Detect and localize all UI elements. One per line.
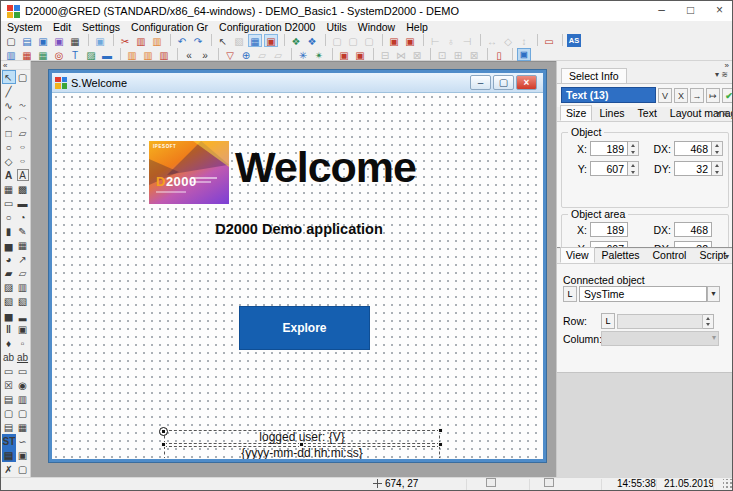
tool-pie-slice[interactable]: ◔	[16, 210, 30, 224]
flip-horizontal-icon[interactable]: ▣	[337, 48, 351, 61]
object-x-spinner[interactable]	[628, 141, 639, 156]
zoom-icon[interactable]: ⊕	[239, 48, 253, 61]
tool-doc-blue[interactable]: ▤	[2, 448, 16, 462]
deselect-button[interactable]: X	[674, 88, 688, 103]
welcome-headline[interactable]: Welcome	[235, 143, 416, 192]
save-as-icon[interactable]: ▣	[52, 34, 66, 47]
tool-text-box[interactable]: A	[16, 168, 30, 182]
tool-window-alt[interactable]: ▢	[16, 406, 30, 420]
space-evenly-icon[interactable]: ⋈	[394, 48, 408, 61]
tool-list[interactable]: ▤	[2, 392, 16, 406]
tool-text[interactable]: A	[2, 168, 16, 182]
tool-line-chart[interactable]: ↗	[16, 252, 30, 266]
filter-icon[interactable]: ▽	[223, 48, 237, 61]
open-picture-icon[interactable]: ▤	[20, 34, 34, 47]
tool-label-ab[interactable]: ab	[2, 350, 16, 364]
tool-progress[interactable]: ▱	[16, 266, 30, 280]
tool-radio[interactable]: ◉	[16, 378, 30, 392]
node-edit-icon[interactable]: ✳	[296, 48, 310, 61]
print-icon[interactable]: ▦	[68, 34, 82, 47]
collapse-panel-icon[interactable]: »	[725, 61, 729, 70]
paste-icon[interactable]: ▥	[150, 34, 164, 47]
picture-canvas[interactable]: IPESOFT D2000 Welcome D2000 Demo applica…	[52, 93, 543, 459]
view-tab-menu-icon[interactable]: ▾	[725, 252, 729, 261]
tool-rect-shaded[interactable]: ▬	[16, 196, 30, 210]
tool-empty[interactable]	[16, 84, 30, 98]
pointer-mode-icon[interactable]: ↖	[216, 34, 230, 47]
tool-window[interactable]: ▢	[2, 406, 16, 420]
tool-window-gray[interactable]: ▢	[16, 462, 30, 476]
tool-alarm[interactable]: ♦	[2, 336, 16, 350]
new-picture-icon[interactable]: ▢	[4, 34, 18, 47]
tile-windows-icon[interactable]: ▦	[36, 48, 50, 61]
new-window-icon[interactable]: ▭	[542, 34, 556, 47]
tool-color-strip[interactable]: ▰	[2, 266, 16, 280]
tool-color-bar[interactable]: ▅	[2, 238, 16, 252]
selection-combo[interactable]: Text (13)	[561, 87, 656, 103]
tool-bar-chart[interactable]: ▅	[2, 308, 16, 322]
menu-system[interactable]: System	[7, 21, 42, 33]
tab-size[interactable]: Size	[560, 105, 592, 121]
tool-image-a[interactable]: ▧	[2, 294, 16, 308]
tool-ellipse-flat[interactable]: ○	[16, 143, 30, 151]
tab-bar-menu-icon[interactable]: ▾ ≋	[716, 109, 729, 118]
tool-image-list[interactable]: ▥	[16, 392, 30, 406]
menu-configuration-d2000[interactable]: Configuration D2000	[219, 21, 315, 33]
copy-icon[interactable]: ▥	[134, 34, 148, 47]
tool-box-edit[interactable]: ✎	[16, 224, 30, 238]
selection-handle[interactable]	[438, 458, 443, 459]
text-styles-icon[interactable]: T	[68, 48, 82, 61]
cut-icon[interactable]: ✂	[118, 34, 132, 47]
tool-rectangle[interactable]: □	[2, 126, 16, 140]
menu-settings[interactable]: Settings	[82, 21, 120, 33]
selection-handle[interactable]	[161, 442, 166, 447]
resize-grip[interactable]	[723, 479, 733, 489]
tab-lines[interactable]: Lines	[593, 105, 630, 121]
tool-button-image[interactable]: ▭	[16, 364, 30, 378]
close-button[interactable]: ×	[705, 1, 733, 21]
tool-delete[interactable]: ✗	[2, 462, 16, 476]
tool-image-b[interactable]: ▧	[16, 294, 30, 308]
menu-configuration-gr[interactable]: Configuration Gr	[131, 21, 208, 33]
image-library-icon[interactable]: ▨	[84, 48, 98, 61]
tool-browser[interactable]: ▤	[2, 420, 16, 434]
tool-ellipse[interactable]: ○	[2, 140, 16, 154]
flip-vertical-icon[interactable]: ▣	[353, 48, 367, 61]
center-horizontal-icon[interactable]: ⊟	[378, 48, 392, 61]
tab-view[interactable]: View	[560, 247, 595, 263]
tool-gray-box[interactable]: ▨	[2, 280, 16, 294]
picture-preview-icon[interactable]: ▣	[93, 34, 107, 47]
picture-maximize-button[interactable]: ▢	[493, 75, 514, 90]
selected-text-objects[interactable]: logged user: {V} {yyyy-mm-dd hh:mi:ss}	[164, 430, 440, 459]
space-vertical-icon[interactable]: ⊞	[451, 48, 465, 61]
tool-gray-slot[interactable]: ▫	[16, 336, 30, 350]
collapse-palette-icon[interactable]: «	[1, 61, 30, 70]
tool-diamond[interactable]: ◇	[2, 154, 16, 168]
tool-entry-ab[interactable]: ab	[16, 350, 30, 364]
select-region-icon[interactable]: ▧	[232, 34, 246, 47]
tool-pause-display[interactable]: ‖	[2, 322, 16, 336]
align-right-icon[interactable]: ⊣	[460, 34, 474, 47]
selection-pivot-handle[interactable]	[159, 427, 168, 436]
object-dx-spinner[interactable]	[712, 141, 723, 156]
stretch-horizontal-icon[interactable]: ⊠	[410, 48, 424, 61]
chevron-down-icon[interactable]: ▼	[707, 286, 720, 302]
connect-tree-icon[interactable]: ❖	[305, 34, 319, 47]
tab-control[interactable]: Control	[647, 247, 693, 263]
panel-menu-icon[interactable]: ▾ ≋	[715, 70, 728, 79]
select-info-tab[interactable]: Select Info	[561, 68, 627, 83]
tool-button[interactable]: ▭	[2, 364, 16, 378]
node-tree-icon[interactable]: ✴	[312, 48, 326, 61]
last-object-button[interactable]: ↦	[706, 88, 720, 103]
menu-window[interactable]: Window	[358, 21, 395, 33]
tool-polyline-segments[interactable]: ∿	[16, 101, 30, 109]
selection-handle[interactable]	[161, 458, 166, 459]
back-icon[interactable]: «	[182, 48, 196, 61]
picture-close-button[interactable]: ×	[516, 75, 537, 90]
tool-arc-small[interactable]: ◠	[16, 115, 30, 123]
tab-palettes[interactable]: Palettes	[596, 247, 646, 263]
tool-ellipse-rotated[interactable]: ○	[16, 157, 30, 165]
tool-arc[interactable]: ◠	[2, 112, 16, 126]
tab-text[interactable]: Text	[632, 105, 663, 121]
tool-lasso[interactable]: ∽	[16, 434, 30, 448]
